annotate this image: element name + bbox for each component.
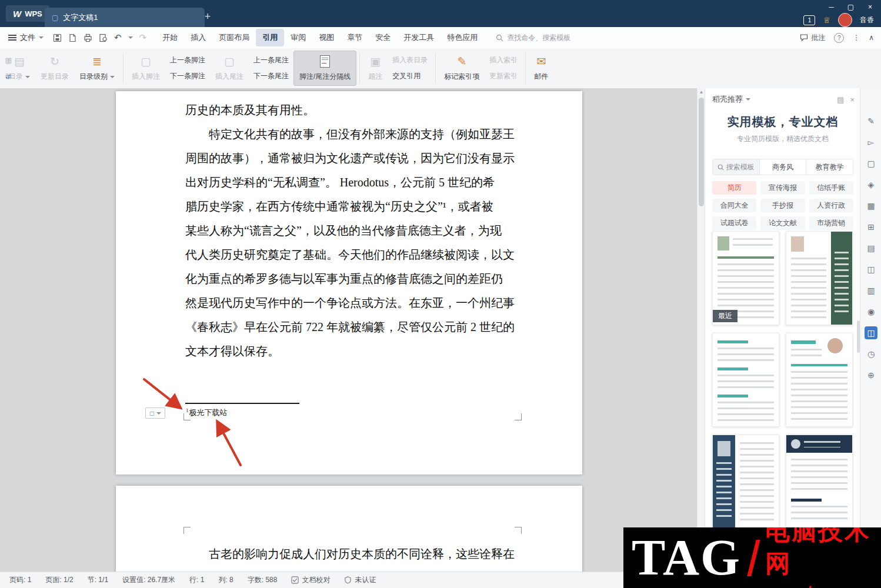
collapse-ribbon-button[interactable]: ∧ [869,34,874,42]
mail-button[interactable]: ✉ 邮件 [529,51,553,85]
template-thumbnail[interactable] [786,435,853,529]
fields-icon[interactable]: ▥ [865,284,877,297]
help-button[interactable]: ? [834,33,844,43]
user-avatar[interactable] [838,13,852,27]
tab-section[interactable]: 章节 [341,29,369,46]
tab-view[interactable]: 视图 [312,29,341,46]
document-page-2[interactable]: 古老的影响力促成人们对历史本质的不同诠释，这些诠释在 [116,486,582,572]
minimize-button[interactable]: ─ [822,0,841,14]
undo-icon[interactable]: ↶ [114,32,122,43]
footnote-text[interactable]: 1极光下载站 [186,407,228,418]
prev-footnote-button[interactable]: ↑ 上一条脚注 [170,55,205,65]
category-hr[interactable]: 人资行政 [809,199,853,212]
columns-icon[interactable]: ◫ [865,263,877,276]
category-handwriting[interactable]: 手抄报 [760,199,805,212]
template-thumbnail[interactable] [786,231,853,325]
tab-special-apps[interactable]: 特色应用 [440,29,484,46]
panel-tab-education[interactable]: 教育教学 [806,159,853,175]
panel-list-icon[interactable]: ▤ [837,95,844,104]
chart-icon[interactable]: ◉ [865,305,877,318]
more-menu-button[interactable]: ⋮ [853,34,860,42]
panel-tab-search[interactable]: 搜索模板 [713,159,759,175]
toc-level-button[interactable]: ≣ 目录级别 [74,51,120,85]
document-page-1[interactable]: 历史的本质及其有用性。 特定文化共有的故事，但没有外部来源的支持（例如亚瑟王 周… [116,91,582,475]
document-line[interactable]: 出对历史学科的“无私调查”。 Herodotus，公元前 5 世纪的希 [185,171,515,195]
panel-close-icon[interactable]: × [850,95,855,104]
panel-tab-business[interactable]: 商务风 [759,159,806,175]
export-pdf-icon[interactable] [68,34,77,42]
next-footnote-button[interactable]: ↓ 下一条脚注 [170,71,205,81]
document-line[interactable]: 腊历史学家，在西方传统中通常被视为“历史之父”¹，或者被 [185,195,515,219]
tab-security[interactable]: 安全 [369,29,397,46]
next-endnote-button[interactable]: ↓ 下一条尾注 [253,71,289,81]
table-icon[interactable]: ▦ [865,199,877,212]
redo-icon[interactable]: ↷ [139,32,147,43]
document-line[interactable]: 历史的本质及其有用性。 [185,98,515,122]
document-scrollbar[interactable]: ▲ [697,88,705,572]
footnote-options-button[interactable]: ▢ [145,407,165,419]
vip-crown-icon[interactable]: ♕ [823,15,830,25]
category-poster[interactable]: 宣传海报 [760,181,805,195]
undo-dropdown-icon[interactable] [128,36,133,39]
document-line[interactable]: 代人类历史研究奠定了基础。今天他们的作品继续被阅读，以文 [185,243,515,267]
tab-references[interactable]: 引用 [256,29,284,46]
document-line[interactable]: 周围的故事），通常被归为文化遗产或传说，因为它们没有显示 [185,146,515,171]
insert-footnote-button[interactable]: ▢ 插入脚注 [126,51,165,85]
wps-menu-button[interactable]: W WPS [6,5,49,22]
document-line[interactable]: 某些人称为“谎言之父”，以及他的当代修昔底德主义者，为现 [185,219,515,243]
close-button[interactable]: × [860,0,880,14]
prev-endnote-button[interactable]: ↑ 上一条尾注 [253,55,289,65]
tab-dev-tools[interactable]: 开发工具 [397,29,440,46]
document-line[interactable]: 《春秋志》早在公元前 722 年就被编纂，尽管仅公元前 2 世纪的 [185,315,515,339]
footnote-separator-line[interactable] [185,403,299,404]
cross-reference-button[interactable]: ⇄ 交叉引用 [392,71,428,81]
category-papers[interactable]: 论文文献 [760,216,805,230]
document-line[interactable]: 特定文化共有的故事，但没有外部来源的支持（例如亚瑟王 [185,122,515,146]
scrollbar-thumb[interactable] [699,98,704,206]
tab-insert[interactable]: 插入 [184,29,212,46]
template-thumbnail[interactable] [786,333,853,427]
document-line[interactable]: 然是现代历史写作中的一个争论点或方法。在东亚，一个州纪事 [185,291,515,315]
new-tab-button[interactable]: + [200,8,215,25]
insert-endnote-button[interactable]: ▢ 插入尾注 [210,51,249,85]
category-stationery[interactable]: 信纸手账 [809,181,853,195]
template-thumbnail[interactable]: 最近 [712,231,779,325]
comment-icon[interactable]: ▢ [865,157,877,170]
insert-icon[interactable]: ⊞ [865,220,877,233]
document-line[interactable]: 古老的影响力促成人们对历史本质的不同诠释，这些诠释在 [185,542,515,566]
document-line[interactable]: 文本才得以保存。 [185,339,515,363]
edit-icon[interactable]: ✎ [865,115,877,128]
panel-header-menu[interactable]: 稻壳推荐 [712,94,750,105]
select-icon[interactable]: ▻ [865,136,877,149]
user-name[interactable]: 音香 [860,15,874,25]
document-line[interactable]: 化为重点的希罗多德与以军事为重点的修昔底德之间的差距仍 [185,267,515,291]
command-search[interactable]: 查找命令、搜索模板 [496,33,570,43]
update-toc-button[interactable]: ↻ 更新目录 [35,51,74,85]
layout-icon[interactable]: ▤ [865,242,877,255]
save-icon[interactable] [53,34,62,42]
category-contracts[interactable]: 合同大全 [712,199,756,212]
print-preview-icon[interactable] [99,34,108,42]
footnote-separator-button[interactable]: 脚注/尾注分隔线 [293,51,356,86]
template-thumbnail[interactable] [712,435,779,529]
tab-page-layout[interactable]: 页面布局 [212,29,256,46]
cert-button[interactable]: 未认证 [344,575,376,585]
message-badge[interactable]: 1 [803,15,815,25]
comments-button[interactable]: 批注 [800,33,825,43]
plugins-icon[interactable]: ⊕ [865,369,877,382]
table-of-figures-button[interactable]: ⊞ 插入表目录 [392,55,428,65]
history-icon[interactable]: ◷ [865,348,877,360]
caption-button[interactable]: ▣ 题注 [363,51,388,85]
file-menu[interactable]: 文件 [8,32,44,43]
insert-index-button[interactable]: ▥ 插入索引 [489,55,518,65]
print-icon[interactable] [84,34,92,42]
tab-home[interactable]: 开始 [156,29,184,46]
document-tab[interactable]: ▢ 文字文稿1 [45,8,205,27]
tab-review[interactable]: 审阅 [284,29,312,46]
category-marketing[interactable]: 市场营销 [809,216,853,230]
category-exams[interactable]: 试题试卷 [712,216,756,230]
mark-index-button[interactable]: ✎ 标记索引项 [439,51,485,85]
template-thumbnail[interactable] [712,333,779,427]
update-index-button[interactable]: ↻ 更新索引 [489,71,518,81]
spellcheck-button[interactable]: 文档校对 [291,575,330,585]
